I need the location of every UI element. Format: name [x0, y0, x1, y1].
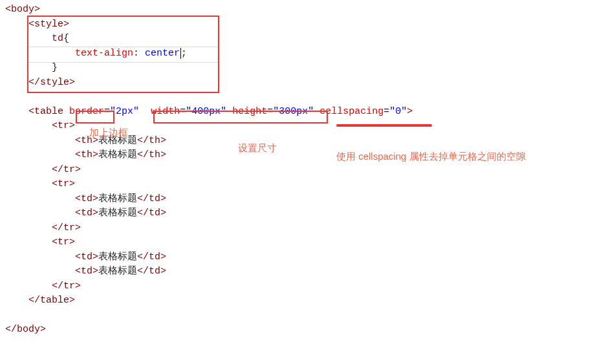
tag-th: <th> — [75, 149, 98, 160]
tag-body-open: <body> — [5, 4, 40, 15]
tag-td: <td> — [75, 208, 98, 219]
val-cellspacing: "0" — [389, 106, 407, 117]
cell-text: 表格标题 — [98, 135, 137, 146]
tag-tr-close: </tr> — [52, 164, 81, 175]
tag-td: <td> — [75, 252, 98, 262]
tag-table-close: </table> — [28, 295, 75, 306]
tag-tr-close: </tr> — [52, 281, 81, 292]
attr-width: width — [151, 106, 180, 117]
tag-td: <td> — [75, 266, 98, 277]
val-width: "400px" — [186, 106, 226, 117]
tag-style-close: </style> — [28, 77, 75, 88]
attr-cellspacing: cellspacing — [319, 106, 383, 117]
tag-th: <th> — [75, 135, 98, 146]
val-height: "300px" — [273, 106, 314, 117]
tag-td: <td> — [75, 193, 98, 204]
selector-td: td — [52, 33, 63, 44]
code-block: <body> <style> td{ text-align: center; }… — [5, 3, 588, 337]
tag-style-open: <style> — [28, 19, 69, 30]
tag-body-close: </body> — [5, 324, 46, 335]
val-center: center — [145, 48, 180, 59]
tag-tr-open: <tr> — [52, 178, 75, 189]
cell-text: 表格标题 — [98, 193, 137, 204]
tag-tr-open: <tr> — [52, 237, 75, 248]
tag-tr-close: </tr> — [52, 222, 81, 233]
cell-text: 表格标题 — [98, 266, 137, 277]
attr-border: border — [69, 106, 104, 117]
cell-text: 表格标题 — [98, 252, 137, 262]
attr-height: height — [232, 106, 267, 117]
val-border: "2px" — [110, 106, 139, 117]
tag-tr-open: <tr> — [52, 120, 75, 131]
cell-text: 表格标题 — [98, 149, 137, 160]
tag-table-open: <table — [28, 106, 63, 117]
cell-text: 表格标题 — [98, 208, 137, 219]
prop-text-align: text-align — [75, 48, 133, 59]
